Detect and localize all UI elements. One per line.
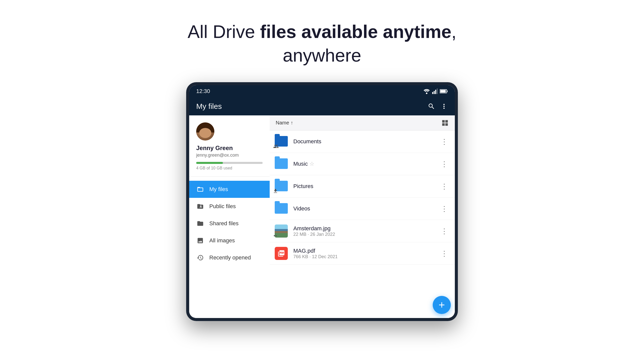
hero-line1-text: All Drive files available anytime, <box>188 22 456 42</box>
more-vert-icon <box>440 103 448 110</box>
status-bar: 12:30 <box>189 85 455 97</box>
storage-bar-background <box>196 162 263 164</box>
file-meta-mag-pdf: 766 KB · 12 Dec 2021 <box>293 254 435 259</box>
file-more-videos[interactable]: ⋮ <box>439 204 450 214</box>
sidebar-item-all-images-label: All images <box>209 237 235 244</box>
hero-section: All Drive files available anytime, anywh… <box>188 20 456 67</box>
file-info-pictures: Pictures <box>293 183 435 190</box>
sidebar-item-public-files-label: Public files <box>209 203 236 210</box>
file-area: Name ↑ <box>270 115 455 318</box>
file-info-mag-pdf: MAG.pdf 766 KB · 12 Dec 2021 <box>293 248 435 259</box>
file-info-music: Music ☆ <box>293 161 435 167</box>
file-info-amsterdam: Amsterdam.jpg 22 MB · 26 Jan 2022 <box>293 225 435 237</box>
file-more-music[interactable]: ⋮ <box>439 159 450 169</box>
svg-rect-2 <box>434 91 435 94</box>
user-email: jenny.green@ox.com <box>196 153 263 158</box>
more-options-button[interactable] <box>440 103 448 110</box>
sidebar-item-my-files[interactable]: My files <box>189 181 270 198</box>
search-button[interactable] <box>428 103 435 110</box>
file-more-amsterdam[interactable]: ⋮ <box>439 226 450 236</box>
file-row-mag-pdf[interactable]: MAG.pdf 766 KB · 12 Dec 2021 ⋮ <box>270 242 455 265</box>
sidebar-item-shared-files-label: Shared files <box>209 220 238 227</box>
file-more-mag-pdf[interactable]: ⋮ <box>439 248 450 259</box>
tablet-device: 12:30 <box>186 82 458 321</box>
sidebar-item-recently-opened-label: Recently opened <box>209 254 251 261</box>
file-row-amsterdam[interactable]: Amsterdam.jpg 22 MB · 26 Jan 2022 ⋮ <box>270 220 455 242</box>
file-name-music: Music ☆ <box>293 161 435 167</box>
fab-add-button[interactable] <box>433 296 451 314</box>
svg-rect-1 <box>432 92 433 94</box>
pdf-icon <box>275 247 288 260</box>
sort-label[interactable]: Name ↑ <box>276 120 293 126</box>
file-more-pictures[interactable]: ⋮ <box>439 181 450 192</box>
file-name-videos: Videos <box>293 205 435 212</box>
sidebar: Jenny Green jenny.green@ox.com 4 GB of 1… <box>189 115 270 318</box>
file-row-pictures[interactable]: Pictures ⋮ <box>270 175 455 198</box>
download-badge-icon <box>273 188 278 194</box>
file-name-pictures: Pictures <box>293 183 435 190</box>
sidebar-item-public-files[interactable]: Public files <box>189 198 270 215</box>
history-icon <box>196 254 204 262</box>
sidebar-item-my-files-label: My files <box>209 186 228 193</box>
main-content: Jenny Green jenny.green@ox.com 4 GB of 1… <box>189 115 455 318</box>
file-header: Name ↑ <box>270 115 455 130</box>
user-section: Jenny Green jenny.green@ox.com 4 GB of 1… <box>189 122 270 177</box>
grid-view-icon <box>441 119 449 127</box>
sidebar-item-all-images[interactable]: All images <box>189 232 270 249</box>
image-icon <box>196 237 204 245</box>
shared-badge-icon <box>273 144 279 149</box>
folder-open-icon <box>196 185 204 193</box>
file-row-documents[interactable]: Documents ⋮ <box>270 130 455 153</box>
signal-icon <box>432 88 438 94</box>
file-info-videos: Videos <box>293 205 435 212</box>
folder-shared-icon <box>196 202 204 210</box>
svg-point-0 <box>426 93 427 94</box>
file-row-videos[interactable]: Videos ⋮ <box>270 198 455 220</box>
file-more-documents[interactable]: ⋮ <box>439 137 450 147</box>
file-info-documents: Documents <box>293 138 435 145</box>
status-icons <box>423 88 448 94</box>
app-title: My files <box>196 102 222 111</box>
top-app-bar: My files <box>189 97 455 115</box>
sidebar-item-shared-files[interactable]: Shared files <box>189 215 270 232</box>
svg-rect-7 <box>447 90 448 92</box>
svg-rect-3 <box>435 90 436 94</box>
file-meta-amsterdam: 22 MB · 26 Jan 2022 <box>293 232 435 237</box>
hero-line2-text: anywhere <box>283 45 361 65</box>
file-name-mag-pdf: MAG.pdf <box>293 248 435 254</box>
tablet-screen: 12:30 <box>189 85 455 318</box>
battery-icon <box>440 89 448 94</box>
file-row-music[interactable]: Music ☆ ⋮ <box>270 153 455 175</box>
storage-text: 4 GB of 10 GB used <box>196 166 263 170</box>
avatar <box>196 122 214 141</box>
svg-rect-4 <box>437 88 438 94</box>
status-time: 12:30 <box>196 88 210 95</box>
wifi-icon <box>423 88 430 94</box>
amsterdam-badge-icon <box>273 234 278 239</box>
storage-bar-fill <box>196 162 223 164</box>
navigation-list: My files Public files <box>189 177 270 270</box>
file-name-documents: Documents <box>293 138 435 145</box>
user-name: Jenny Green <box>196 145 263 152</box>
search-icon <box>428 103 435 110</box>
add-icon <box>437 300 446 309</box>
file-name-amsterdam: Amsterdam.jpg <box>293 225 435 232</box>
hero-line1-bold: files available anytime <box>260 22 451 42</box>
sidebar-item-recently-opened[interactable]: Recently opened <box>189 249 270 266</box>
grid-view-button[interactable] <box>441 119 449 127</box>
folder-upload-icon <box>196 219 204 228</box>
top-bar-actions <box>428 103 448 110</box>
svg-rect-6 <box>440 90 446 93</box>
file-list: Documents ⋮ Music ☆ <box>270 130 455 318</box>
